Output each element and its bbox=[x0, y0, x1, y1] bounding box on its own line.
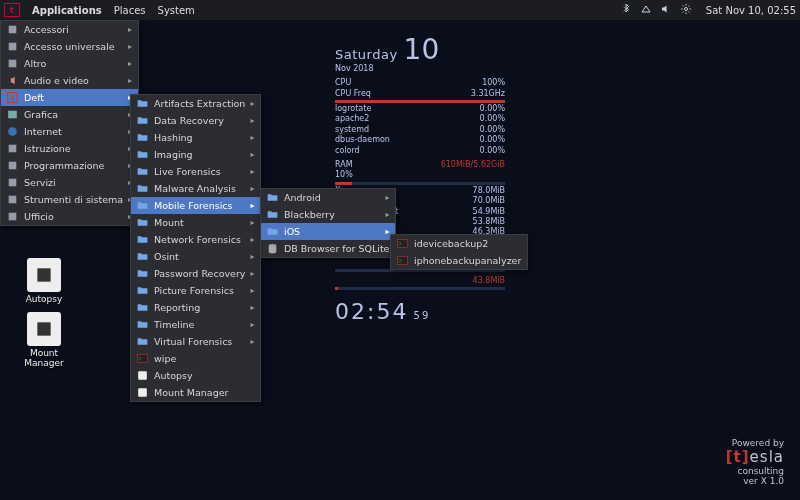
menu-item-blackberry[interactable]: Blackberry▸ bbox=[261, 206, 395, 223]
menu-item-db-browser-for-sqlite[interactable]: DB Browser for SQLite bbox=[261, 240, 395, 257]
chevron-right-icon: ▸ bbox=[385, 210, 389, 219]
menu-item-artifacts-extraction[interactable]: Artifacts Extraction▸ bbox=[131, 95, 260, 112]
monitor-weekday: Saturday bbox=[335, 47, 398, 64]
cpu-freq: 3.31GHz bbox=[471, 89, 505, 99]
proc-name: dbus-daemon bbox=[335, 135, 390, 145]
menu-item-label: wipe bbox=[154, 353, 254, 364]
menu-item-idevicebackup2[interactable]: idevicebackup2 bbox=[391, 235, 527, 252]
menu-item-label: Timeline bbox=[154, 319, 245, 330]
menu-item-ufficio[interactable]: Ufficio▸ bbox=[1, 208, 138, 225]
menu-item-live-forensics[interactable]: Live Forensics▸ bbox=[131, 163, 260, 180]
menu-item-hashing[interactable]: Hashing▸ bbox=[131, 129, 260, 146]
menu-item-iphonebackupanalyzer[interactable]: iphonebackupanalyzer bbox=[391, 252, 527, 269]
menu-item-label: Hashing bbox=[154, 132, 245, 143]
menu-item-servizi[interactable]: Servizi▸ bbox=[1, 174, 138, 191]
monitor-clock: 02:54 59 bbox=[335, 298, 505, 327]
menu-item-label: Deft bbox=[24, 92, 123, 103]
office-icon bbox=[5, 210, 19, 224]
code-icon bbox=[5, 159, 19, 173]
svg-rect-18 bbox=[397, 257, 407, 265]
menu-item-password-recovery[interactable]: Password Recovery▸ bbox=[131, 265, 260, 282]
menu-item-imaging[interactable]: Imaging▸ bbox=[131, 146, 260, 163]
menu-item-picture-forensics[interactable]: Picture Forensics▸ bbox=[131, 282, 260, 299]
folder-icon bbox=[135, 250, 149, 264]
menu-item-ios[interactable]: iOS▸ bbox=[261, 223, 395, 240]
menu-item-wipe[interactable]: wipe bbox=[131, 350, 260, 367]
menu-item-reporting[interactable]: Reporting▸ bbox=[131, 299, 260, 316]
menu-item-deft[interactable]: dDeft▸ bbox=[1, 89, 138, 106]
svg-rect-17 bbox=[397, 240, 407, 248]
desktop-icon-autopsy[interactable]: Autopsy bbox=[14, 258, 74, 304]
menu-item-label: Live Forensics bbox=[154, 166, 245, 177]
panel-clock[interactable]: Sat Nov 10, 02:55 bbox=[706, 5, 796, 16]
chevron-right-icon: ▸ bbox=[250, 167, 254, 176]
proc-value: 70.0MiB bbox=[473, 196, 505, 206]
folder-icon bbox=[135, 97, 149, 111]
desktop-icon-label: Mount Manager bbox=[14, 348, 74, 368]
proc-name: apache2 bbox=[335, 114, 369, 124]
settings-icon[interactable] bbox=[680, 3, 692, 17]
menu-item-internet[interactable]: Internet▸ bbox=[1, 123, 138, 140]
menu-item-data-recovery[interactable]: Data Recovery▸ bbox=[131, 112, 260, 129]
globe-icon bbox=[5, 125, 19, 139]
menu-item-label: DB Browser for SQLite bbox=[284, 243, 389, 254]
bluetooth-icon[interactable] bbox=[620, 3, 632, 17]
desktop-icon-label: Autopsy bbox=[26, 294, 63, 304]
menu-item-label: Servizi bbox=[24, 177, 123, 188]
menu-item-virtual-forensics[interactable]: Virtual Forensics▸ bbox=[131, 333, 260, 350]
menu-item-istruzione[interactable]: Istruzione▸ bbox=[1, 140, 138, 157]
network-icon[interactable] bbox=[640, 3, 652, 17]
menu-item-autopsy[interactable]: Autopsy bbox=[131, 367, 260, 384]
deft-submenu: Artifacts Extraction▸Data Recovery▸Hashi… bbox=[130, 94, 261, 402]
chevron-right-icon: ▸ bbox=[128, 59, 132, 68]
chevron-right-icon: ▸ bbox=[250, 286, 254, 295]
menu-item-accesso-universale[interactable]: Accesso universale▸ bbox=[1, 38, 138, 55]
menu-item-label: Mount bbox=[154, 217, 245, 228]
distro-logo[interactable]: t bbox=[4, 3, 20, 17]
apps-icon bbox=[5, 57, 19, 71]
menu-item-accessori[interactable]: Accessori▸ bbox=[1, 21, 138, 38]
menu-item-label: Reporting bbox=[154, 302, 245, 313]
panel-menu-applications[interactable]: Applications bbox=[26, 5, 108, 16]
powered-by-label: Powered by bbox=[726, 438, 784, 448]
menu-item-osint[interactable]: Osint▸ bbox=[131, 248, 260, 265]
term-icon bbox=[395, 254, 409, 268]
menu-item-android[interactable]: Android▸ bbox=[261, 189, 395, 206]
puzzle-icon bbox=[5, 23, 19, 37]
brand-version: ver X 1.0 bbox=[726, 476, 784, 486]
image-icon bbox=[5, 108, 19, 122]
folder-icon bbox=[135, 301, 149, 315]
menu-item-mount[interactable]: Mount▸ bbox=[131, 214, 260, 231]
menu-item-programmazione[interactable]: Programmazione▸ bbox=[1, 157, 138, 174]
menu-item-mobile-forensics[interactable]: Mobile Forensics▸ bbox=[131, 197, 260, 214]
term-icon bbox=[395, 237, 409, 251]
svg-rect-14 bbox=[138, 371, 147, 380]
volume-icon[interactable] bbox=[660, 3, 672, 17]
menu-item-timeline[interactable]: Timeline▸ bbox=[131, 316, 260, 333]
menu-item-audio-e-video[interactable]: Audio e video▸ bbox=[1, 72, 138, 89]
monitor-row: logrotate0.00% bbox=[335, 104, 505, 114]
panel-menu-places[interactable]: Places bbox=[108, 5, 152, 16]
system-tray: Sat Nov 10, 02:55 bbox=[620, 3, 796, 17]
svg-rect-6 bbox=[8, 111, 17, 119]
menu-item-label: Android bbox=[284, 192, 380, 203]
menu-item-grafica[interactable]: Grafica▸ bbox=[1, 106, 138, 123]
cpu-label: CPU bbox=[335, 78, 351, 88]
svg-rect-3 bbox=[8, 60, 16, 68]
menu-item-strumenti-di-sistema[interactable]: Strumenti di sistema▸ bbox=[1, 191, 138, 208]
menu-item-altro[interactable]: Altro▸ bbox=[1, 55, 138, 72]
app-icon bbox=[135, 369, 149, 383]
chevron-right-icon: ▸ bbox=[250, 320, 254, 329]
menu-item-mount-manager[interactable]: Mount Manager bbox=[131, 384, 260, 401]
desktop-icon-mount-manager[interactable]: Mount Manager bbox=[14, 312, 74, 368]
ram-bar bbox=[335, 182, 505, 185]
menu-item-label: Istruzione bbox=[24, 143, 123, 154]
chevron-right-icon: ▸ bbox=[250, 269, 254, 278]
menu-item-malware-analysis[interactable]: Malware Analysis▸ bbox=[131, 180, 260, 197]
menu-item-label: Ufficio bbox=[24, 211, 123, 222]
proc-name: logrotate bbox=[335, 104, 371, 114]
panel-menu-system[interactable]: System bbox=[152, 5, 201, 16]
menu-item-label: Data Recovery bbox=[154, 115, 245, 126]
menu-item-network-forensics[interactable]: Network Forensics▸ bbox=[131, 231, 260, 248]
proc-value: 0.00% bbox=[480, 146, 505, 156]
